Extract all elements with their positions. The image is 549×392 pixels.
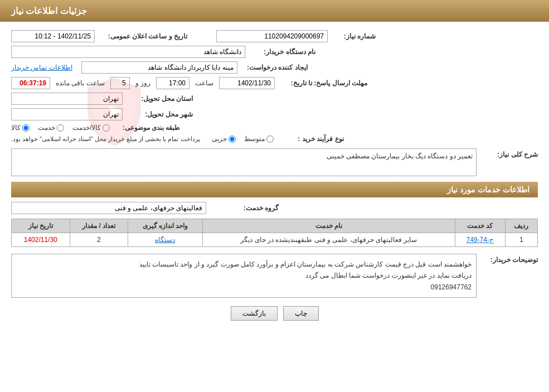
purchase-type-options: متوسط جزیی	[212, 135, 274, 143]
category-khidmat[interactable]: خدمت	[38, 124, 64, 132]
category-kala-khidmat-radio[interactable]	[103, 124, 110, 132]
purchase-jozii-label: جزیی	[212, 135, 227, 143]
purchase-jozii-radio[interactable]	[229, 135, 236, 143]
creator-row: ایجاد کننده درخواست: اطلاعات تماس خریدار	[11, 61, 538, 74]
purchase-note: پرداخت تمام یا بخشی از مبلغ خریداز محل "…	[11, 135, 200, 143]
col-service-code: کد خدمت	[455, 219, 505, 233]
announcement-date-label: تاریخ و ساعت اعلان عمومی:	[98, 32, 187, 40]
deadline-label: مهلت ارسال پاسخ: تا تاریخ:	[278, 79, 367, 87]
services-section-title: اطلاعات خدمات مورد نیاز	[447, 185, 529, 194]
service-code-link[interactable]: ج-74-749	[467, 236, 494, 244]
buyer-notes-phone: 09126947762	[16, 282, 472, 293]
need-number-input[interactable]	[216, 30, 328, 42]
buyer-org-input[interactable]	[11, 46, 245, 58]
buyer-notes-label: توضیحات خریدار:	[482, 254, 538, 264]
buyer-notes-box: خواهشمند است قبل درج قیمت کارشناس شرکت ب…	[11, 254, 477, 298]
need-description-label: شرح کلی نیاز:	[482, 148, 538, 158]
city-label: شهر محل تحویل:	[126, 110, 193, 118]
remaining-time-input[interactable]	[11, 77, 50, 89]
creator-input[interactable]	[81, 61, 237, 74]
need-number-row: شماره نیاز: تاریخ و ساعت اعلان عمومی:	[11, 30, 538, 42]
days-label: روز و	[135, 79, 150, 87]
category-options: کالا/خدمت خدمت کالا	[11, 124, 110, 132]
need-description-row: شرح کلی نیاز: تعمیر دو دستگاه دیگ بخار ب…	[11, 148, 538, 176]
service-group-row: گروه خدمت:	[11, 202, 538, 214]
need-description-box[interactable]: تعمیر دو دستگاه دیگ بخار بیمارستان مصطفی…	[11, 148, 477, 176]
service-group-input[interactable]	[11, 202, 206, 214]
deadline-row: مهلت ارسال پاسخ: تا تاریخ: ساعت روز و سا…	[11, 77, 538, 89]
cell-quantity: 2	[70, 233, 128, 247]
city-input[interactable]	[11, 108, 123, 120]
purchase-type-label: نوع فرآیند خرید :	[277, 135, 344, 143]
category-khidmat-label: خدمت	[38, 124, 55, 132]
category-kala-label: کالا	[11, 124, 21, 132]
col-unit: واحد اندازه گیری	[128, 219, 202, 233]
cell-service-name: سایر فعالیتهای حرفهای، علمی و فنی طبقهبن…	[202, 233, 455, 247]
category-kala-radio[interactable]	[22, 124, 30, 132]
back-button[interactable]: بازگشت	[231, 306, 278, 321]
province-input[interactable]	[11, 93, 123, 105]
unit-link[interactable]: دستگاه	[155, 236, 175, 244]
time-label: ساعت	[195, 79, 213, 87]
services-table: ردیف کد خدمت نام خدمت واحد اندازه گیری ت…	[11, 219, 538, 247]
buyer-notes-line1: خواهشمند است قبل درج قیمت کارشناس شرکت ب…	[16, 259, 472, 270]
need-description-text: تعمیر دو دستگاه دیگ بخار بیمارستان مصطفی…	[327, 152, 473, 160]
col-row-num: ردیف	[505, 219, 537, 233]
city-row: شهر محل تحویل:	[11, 108, 538, 120]
contact-link[interactable]: اطلاعات تماس خریدار	[11, 64, 72, 71]
purchase-motavasset-radio[interactable]	[266, 135, 274, 143]
province-label: استان محل تحویل:	[126, 95, 193, 103]
cell-date: 1402/11/30	[12, 233, 70, 247]
need-number-label: شماره نیاز:	[331, 32, 376, 40]
purchase-motavasset-label: متوسط	[244, 135, 265, 143]
buyer-notes-row: توضیحات خریدار: خواهشمند است قبل درج قیم…	[11, 254, 538, 298]
table-header-row: ردیف کد خدمت نام خدمت واحد اندازه گیری ت…	[12, 219, 538, 233]
category-row: طبقه بندی موضوعی: کالا/خدمت خدمت کالا	[11, 124, 538, 132]
purchase-type-row: نوع فرآیند خرید : متوسط جزیی پرداخت تمام…	[11, 135, 538, 143]
col-service-name: نام خدمت	[202, 219, 455, 233]
announcement-date-input[interactable]	[11, 30, 95, 42]
purchase-motavasset[interactable]: متوسط	[244, 135, 274, 143]
col-quantity: تعداد / مقدار	[70, 219, 128, 233]
service-group-label: گروه خدمت:	[212, 204, 279, 212]
response-time-input[interactable]	[156, 77, 190, 89]
cell-row-num: 1	[505, 233, 537, 247]
buyer-org-label: نام دستگاه خریدار:	[249, 48, 315, 56]
buttons-row: چاپ بازگشت	[11, 306, 538, 332]
buyer-notes-line2: دریافت نماید در غیر اینصورت درخواست شما …	[16, 270, 472, 281]
response-date-input[interactable]	[219, 77, 275, 89]
services-section-header: اطلاعات خدمات مورد نیاز	[11, 182, 538, 197]
cell-service-code: ج-74-749	[455, 233, 505, 247]
days-input[interactable]	[110, 77, 130, 89]
cell-unit: دستگاه	[128, 233, 202, 247]
page-title: جزئیات اطلاعات نیاز	[11, 6, 87, 16]
creator-label: ایجاد کننده درخواست:	[241, 64, 308, 71]
province-row: استان محل تحویل:	[11, 93, 538, 105]
col-date: تاریخ نیاز	[12, 219, 70, 233]
table-row: 1 ج-74-749 سایر فعالیتهای حرفهای، علمی و…	[12, 233, 538, 247]
category-label: طبقه بندی موضوعی:	[113, 124, 180, 132]
category-kala-khidmat-label: کالا/خدمت	[72, 124, 101, 132]
buyer-org-row: نام دستگاه خریدار:	[11, 46, 538, 58]
category-kala-khidmat[interactable]: کالا/خدمت	[72, 124, 110, 132]
category-khidmat-radio[interactable]	[57, 124, 64, 132]
page-header: جزئیات اطلاعات نیاز	[0, 0, 549, 22]
remaining-label: ساعت باقی مانده	[56, 79, 105, 87]
category-kala[interactable]: کالا	[11, 124, 30, 132]
print-button[interactable]: چاپ	[283, 306, 319, 321]
purchase-jozii[interactable]: جزیی	[212, 135, 236, 143]
